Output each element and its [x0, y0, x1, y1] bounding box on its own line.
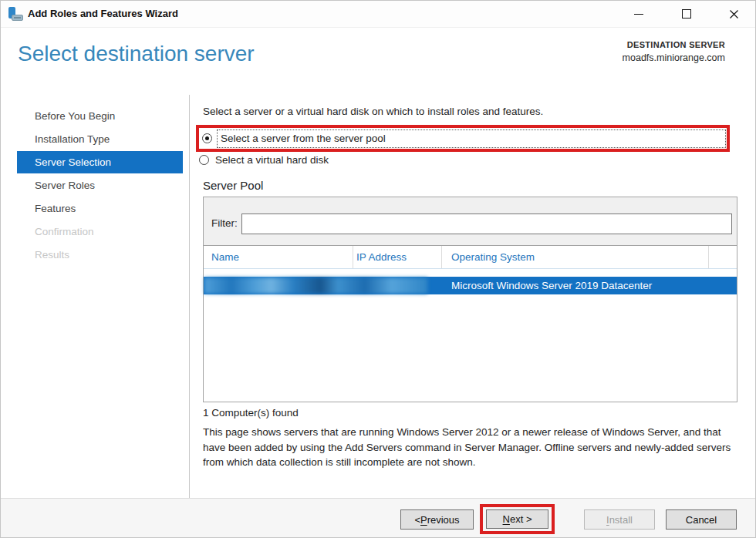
close-button[interactable]: [717, 1, 750, 27]
radio-virtual-hard-disk[interactable]: Select a virtual hard disk: [199, 154, 329, 166]
window-title: Add Roles and Features Wizard: [28, 1, 178, 27]
app-icon-base: [12, 15, 23, 21]
destination-server-label: DESTINATION SERVER: [623, 40, 725, 49]
wizard-window: Add Roles and Features Wizard Select des…: [0, 0, 756, 538]
install-button: Install: [584, 509, 655, 530]
column-header-ip-address[interactable]: IP Address: [356, 246, 407, 269]
filter-input[interactable]: [241, 214, 732, 234]
destination-server-block: DESTINATION SERVER moadfs.miniorange.com: [623, 40, 725, 63]
radio-virtual-hard-disk-label: Select a virtual hard disk: [215, 154, 329, 166]
column-separator: [708, 246, 709, 268]
table-row-selected-server[interactable]: Microsoft Windows Server 2019 Datacenter: [204, 277, 737, 294]
sidebar-item-server-selection[interactable]: Server Selection: [17, 151, 183, 173]
footer-bar: < Previous Next > Install Cancel: [1, 498, 755, 538]
title-bar: Add Roles and Features Wizard: [1, 1, 755, 28]
cancel-button[interactable]: Cancel: [666, 509, 737, 530]
computers-found-text: 1 Computer(s) found: [203, 407, 299, 419]
sidebar-item-results: Results: [17, 244, 183, 266]
page-title: Select destination server: [18, 42, 255, 66]
redacted-name-ip-cell: [204, 277, 427, 294]
row-operating-system-cell: Microsoft Windows Server 2019 Datacenter: [451, 277, 652, 294]
column-header-operating-system[interactable]: Operating System: [451, 246, 535, 269]
column-separator: [441, 246, 442, 268]
page-description: This page shows servers that are running…: [203, 425, 739, 470]
destination-server-name: moadfs.miniorange.com: [623, 52, 725, 63]
minimize-icon: [634, 14, 643, 15]
radio-unselected-icon[interactable]: [199, 155, 209, 165]
app-icon: [8, 7, 24, 21]
sidebar-item-before-you-begin[interactable]: Before You Begin: [17, 105, 183, 127]
radio-selected-icon[interactable]: [202, 133, 212, 143]
table-header-row: Name IP Address Operating System: [204, 246, 737, 269]
sidebar-item-installation-type[interactable]: Installation Type: [17, 128, 183, 150]
sidebar-item-confirmation: Confirmation: [17, 220, 183, 243]
server-pool-table: Name IP Address Operating System Microso…: [204, 245, 737, 402]
wizard-steps-sidebar: Before You Begin Installation Type Serve…: [1, 95, 190, 498]
column-header-name[interactable]: Name: [211, 246, 239, 269]
wizard-header: Select destination server DESTINATION SE…: [1, 28, 755, 95]
previous-button[interactable]: < Previous: [400, 509, 474, 530]
sidebar-item-server-roles[interactable]: Server Roles: [17, 174, 183, 197]
minimize-button[interactable]: [623, 1, 655, 27]
radio-server-pool[interactable]: Select a server from the server pool: [199, 128, 727, 149]
server-pool-title: Server Pool: [203, 179, 263, 192]
intro-text: Select a server or a virtual hard disk o…: [203, 106, 543, 117]
annotation-box-server-pool-radio: Select a server from the server pool: [196, 125, 730, 152]
column-separator: [353, 246, 353, 268]
server-pool-panel: Filter: Name IP Address Operating System…: [203, 197, 737, 402]
maximize-icon: [682, 9, 691, 18]
close-icon: [729, 9, 739, 19]
radio-server-pool-label[interactable]: Select a server from the server pool: [217, 129, 726, 148]
sidebar-item-features[interactable]: Features: [17, 197, 183, 220]
maximize-button[interactable]: [670, 1, 703, 27]
next-button[interactable]: Next >: [486, 509, 548, 529]
filter-label: Filter:: [211, 217, 238, 229]
